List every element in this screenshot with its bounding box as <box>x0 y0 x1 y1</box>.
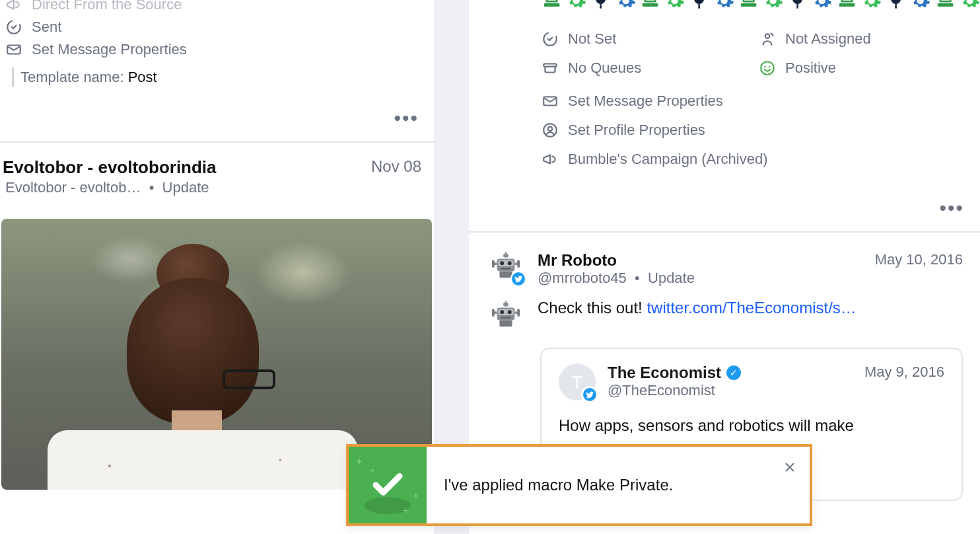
prop-label: Positive <box>785 59 836 77</box>
gear-icon <box>664 0 685 12</box>
post-avatar-secondary[interactable] <box>491 300 524 333</box>
quote-avatar: T <box>559 363 596 400</box>
quote-author-name: The Economist <box>608 363 721 382</box>
card-subtitle: Evoltobor - evoltob… • Update <box>3 178 217 196</box>
post-type: Update <box>648 270 695 286</box>
prop-label: Sent <box>32 19 61 36</box>
balloon-icon <box>590 0 611 12</box>
prop-label: Set Message Properties <box>32 41 187 58</box>
robot-icon <box>491 300 521 330</box>
post-subline: @mrroboto45 • Update <box>538 270 695 287</box>
gear-icon <box>812 0 832 12</box>
twitter-badge-icon <box>510 271 526 287</box>
prop-label: Not Assigned <box>785 30 871 48</box>
gear-icon <box>960 0 980 12</box>
gear-icon <box>714 0 734 12</box>
post-sep: • <box>635 270 640 286</box>
prop-sent[interactable]: Sent <box>5 16 425 38</box>
quote-avatar-initial: T <box>572 372 582 393</box>
verified-icon: ✓ <box>726 365 741 380</box>
balloon-icon <box>886 0 906 12</box>
card-more-menu[interactable]: ••• <box>0 87 435 141</box>
card-subtitle-sep: • <box>149 179 155 196</box>
card-date: Nov 08 <box>371 157 421 176</box>
prop-not-set[interactable]: Not Set <box>542 28 746 50</box>
megaphone-icon <box>5 0 22 13</box>
card-more-menu[interactable]: ••• <box>469 177 980 231</box>
toast-notification: ++++ I've applied macro Make Private. <box>346 444 812 526</box>
post: Mr Roboto @mrroboto45 • Update May 10, 2… <box>469 233 980 333</box>
balloon-icon <box>689 0 709 12</box>
gear-icon <box>566 0 586 12</box>
prop-positive[interactable]: Positive <box>759 57 963 79</box>
prop-campaign[interactable]: Bumble's Campaign (Archived) <box>542 148 963 171</box>
laptop-icon <box>738 0 759 12</box>
prop-label: Not Set <box>568 30 616 48</box>
toast-success-icon: ++++ <box>349 447 427 523</box>
prop-no-queues[interactable]: No Queues <box>542 57 746 79</box>
prop-label: Set Profile Properties <box>568 122 705 139</box>
template-name-value: Post <box>128 69 157 85</box>
gear-icon <box>861 0 882 12</box>
prop-label: Bumble's Campaign (Archived) <box>568 151 768 168</box>
property-grid: Not Set Not Assigned No Queues Positive <box>542 28 963 90</box>
toast-message: I've applied macro Make Private. <box>427 447 770 523</box>
card-subtitle-name: Evoltobor - evoltob… <box>5 179 141 196</box>
feed-card-header[interactable]: Evoltobor - evoltoborindia Evoltobor - e… <box>0 143 435 199</box>
toast-close-button[interactable] <box>770 447 810 523</box>
laptop-icon <box>837 0 857 12</box>
prop-not-assigned[interactable]: Not Assigned <box>759 28 963 50</box>
card-subtitle-type: Update <box>162 179 209 196</box>
post-avatar[interactable] <box>491 251 524 284</box>
property-stack: Set Message Properties Set Profile Prope… <box>542 90 963 177</box>
prop-label: No Queues <box>568 59 641 77</box>
prop-set-message[interactable]: Set Message Properties <box>542 90 963 112</box>
gear-icon <box>615 0 636 12</box>
megaphone-icon <box>542 151 559 168</box>
laptop-icon <box>640 0 660 12</box>
prop-label: Set Message Properties <box>568 93 723 110</box>
card-title: Evoltobor - evoltoborindia <box>3 157 217 178</box>
post-link[interactable]: twitter.com/TheEconomist/s… <box>647 287 856 317</box>
prop-direct-source[interactable]: Direct From the Source <box>5 0 425 16</box>
balloon-icon <box>787 0 808 12</box>
post-date: May 10, 2016 <box>875 251 963 268</box>
twitter-badge-icon <box>581 386 598 403</box>
quote-handle: @TheEconomist <box>608 382 741 399</box>
quote-date: May 9, 2016 <box>864 363 944 381</box>
template-name-label: Template name: <box>20 69 124 85</box>
laptop-icon <box>935 0 956 12</box>
prop-set-profile[interactable]: Set Profile Properties <box>542 119 963 141</box>
gear-icon <box>910 0 930 12</box>
post-text: Check this out! <box>538 287 647 317</box>
post-author-name[interactable]: Mr Roboto <box>538 251 695 270</box>
prop-set-message[interactable]: Set Message Properties <box>5 38 425 61</box>
template-name-row: Template name: Post <box>12 67 425 87</box>
post-handle[interactable]: @mrroboto45 <box>538 270 627 286</box>
close-icon <box>783 460 797 475</box>
prop-label: Direct From the Source <box>32 0 182 13</box>
smile-icon <box>759 59 776 77</box>
